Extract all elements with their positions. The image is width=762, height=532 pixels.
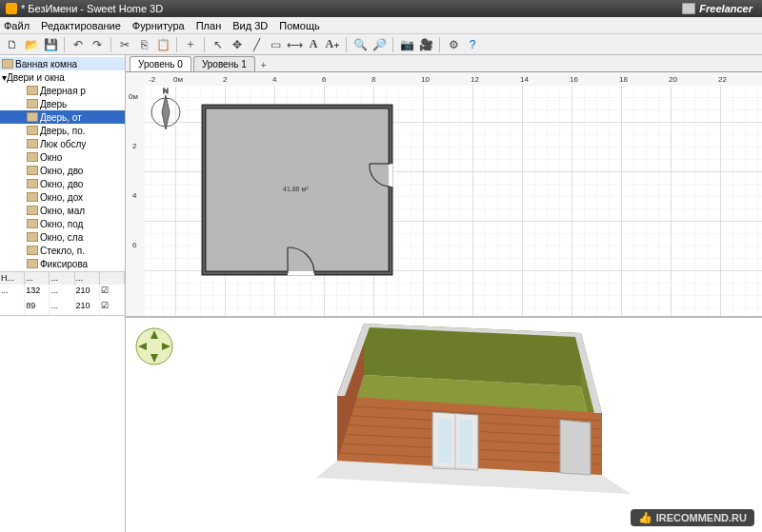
catalog-tree[interactable]: Ванная комна ▾ Двери и окна Дверная р Дв… xyxy=(0,55,125,271)
svg-rect-42 xyxy=(459,420,472,464)
left-column: Ванная комна ▾ Двери и окна Дверная р Дв… xyxy=(0,55,126,532)
tab-level-0[interactable]: Уровень 0 xyxy=(130,56,191,71)
svg-text:8: 8 xyxy=(371,75,376,84)
tree-category-doors-windows[interactable]: ▾ Двери и окна xyxy=(0,70,125,84)
preferences-button[interactable]: ⚙ xyxy=(445,36,462,53)
svg-text:-2: -2 xyxy=(149,75,156,84)
menu-help[interactable]: Помощь xyxy=(279,20,320,31)
tree-item[interactable]: Окно, сла xyxy=(0,230,125,244)
svg-rect-41 xyxy=(438,419,451,463)
title-bar: * БезИмени - Sweet Home 3D Freelancer xyxy=(0,0,762,17)
3d-navigation-control[interactable] xyxy=(135,327,173,365)
text-tool[interactable]: A xyxy=(305,36,322,53)
wall-tool[interactable]: ╱ xyxy=(248,36,265,53)
furniture-table-header: Н............ xyxy=(0,271,125,285)
tree-item[interactable]: Окно xyxy=(0,150,125,164)
create-photo-button[interactable]: 📷 xyxy=(398,36,415,53)
open-button[interactable]: 📂 xyxy=(23,36,40,53)
svg-text:12: 12 xyxy=(471,75,479,84)
svg-text:4: 4 xyxy=(132,191,137,200)
svg-text:6: 6 xyxy=(132,241,137,249)
furniture-table-row[interactable]: 89...210☑ xyxy=(0,300,125,315)
svg-text:N: N xyxy=(163,87,169,95)
tree-item[interactable]: Окно, мал xyxy=(0,204,125,217)
select-tool[interactable]: ↖ xyxy=(210,36,227,53)
menu-3d[interactable]: Вид 3D xyxy=(232,20,268,31)
svg-text:4: 4 xyxy=(272,75,277,84)
undo-button[interactable]: ↶ xyxy=(70,36,87,53)
menu-file[interactable]: Файл xyxy=(4,20,30,31)
freelancer-badge: Freelancer xyxy=(695,3,756,14)
svg-marker-43 xyxy=(560,420,591,475)
plan-canvas[interactable]: -20м246810121416182022 0м246 N 41,86 м² xyxy=(126,72,762,318)
right-column: Уровень 0 Уровень 1 + -20м24681012141618… xyxy=(126,55,762,532)
svg-text:10: 10 xyxy=(421,75,430,84)
svg-text:18: 18 xyxy=(619,75,628,84)
tree-item[interactable]: Окно, дох xyxy=(0,190,125,204)
tree-category-bathroom[interactable]: Ванная комна xyxy=(0,57,125,70)
room-tool[interactable]: ▭ xyxy=(267,36,284,53)
create-video-button[interactable]: 🎥 xyxy=(417,36,434,53)
tree-item[interactable]: Окно, дво xyxy=(0,177,125,190)
svg-text:2: 2 xyxy=(223,75,228,84)
furniture-table-row[interactable]: ...132...210☑ xyxy=(0,285,125,300)
cut-button[interactable]: ✂ xyxy=(116,36,133,53)
app-icon xyxy=(6,3,17,14)
add-furniture-button[interactable]: ＋ xyxy=(182,36,199,53)
tree-item[interactable]: Дверь, по. xyxy=(0,124,125,137)
thumbs-up-icon: 👍 xyxy=(638,511,652,524)
zoom-in-button[interactable]: 🔍 xyxy=(351,36,369,53)
tab-level-1[interactable]: Уровень 1 xyxy=(193,56,255,71)
dimension-tool[interactable]: ⟷ xyxy=(286,36,303,53)
tree-item[interactable]: Окно, под xyxy=(0,217,125,230)
pan-tool[interactable]: ✥ xyxy=(229,36,246,53)
menu-bar: Файл Редактирование Фурнитура План Вид 3… xyxy=(0,17,762,34)
save-button[interactable]: 💾 xyxy=(42,36,59,53)
toolbar: 🗋 📂 💾 ↶ ↷ ✂ ⎘ 📋 ＋ ↖ ✥ ╱ ▭ ⟷ A A₊ 🔍 🔎 📷 🎥… xyxy=(0,34,762,55)
svg-text:16: 16 xyxy=(570,75,578,84)
tree-item[interactable]: Дверная р xyxy=(0,84,125,97)
tree-item[interactable]: Фиксирова xyxy=(0,257,125,270)
menu-edit[interactable]: Редактирование xyxy=(41,20,121,31)
level-tabs: Уровень 0 Уровень 1 + xyxy=(126,55,762,72)
tree-item-selected[interactable]: Дверь, от xyxy=(0,110,125,124)
plan-pane[interactable]: Уровень 0 Уровень 1 + -20м24681012141618… xyxy=(126,55,762,318)
tree-item[interactable]: Люк обслу xyxy=(0,137,125,150)
tree-item[interactable]: Окно, дво xyxy=(0,164,125,177)
svg-text:20: 20 xyxy=(669,75,677,84)
svg-rect-2 xyxy=(126,72,762,86)
workspace: Ванная комна ▾ Двери и окна Дверная р Дв… xyxy=(0,55,762,532)
window-title: * БезИмени - Sweet Home 3D xyxy=(21,3,163,14)
3d-view-pane[interactable] xyxy=(126,318,762,532)
tree-item[interactable]: Дверь xyxy=(0,97,125,110)
svg-text:0м: 0м xyxy=(129,92,138,101)
redo-button[interactable]: ↷ xyxy=(89,36,106,53)
minimize-button[interactable] xyxy=(682,3,695,14)
zoom-out-button[interactable]: 🔎 xyxy=(371,36,388,53)
svg-text:14: 14 xyxy=(520,75,529,84)
menu-plan[interactable]: План xyxy=(196,20,222,31)
new-button[interactable]: 🗋 xyxy=(4,36,21,53)
text-tool-2[interactable]: A₊ xyxy=(324,36,341,53)
tree-item[interactable]: Стекло, п. xyxy=(0,244,125,257)
menu-furniture[interactable]: Фурнитура xyxy=(132,20,185,31)
watermark: 👍 IRECOMMEND.RU xyxy=(631,509,754,526)
svg-text:0м: 0м xyxy=(173,75,183,84)
3d-canvas[interactable] xyxy=(126,318,762,532)
svg-text:2: 2 xyxy=(132,142,137,150)
paste-button[interactable]: 📋 xyxy=(154,36,171,53)
copy-button[interactable]: ⎘ xyxy=(135,36,152,53)
add-level-button[interactable]: + xyxy=(257,58,271,71)
svg-text:22: 22 xyxy=(718,75,727,84)
svg-text:41,86 м²: 41,86 м² xyxy=(283,186,309,192)
help-button[interactable]: ? xyxy=(464,36,481,53)
svg-text:6: 6 xyxy=(322,75,327,84)
